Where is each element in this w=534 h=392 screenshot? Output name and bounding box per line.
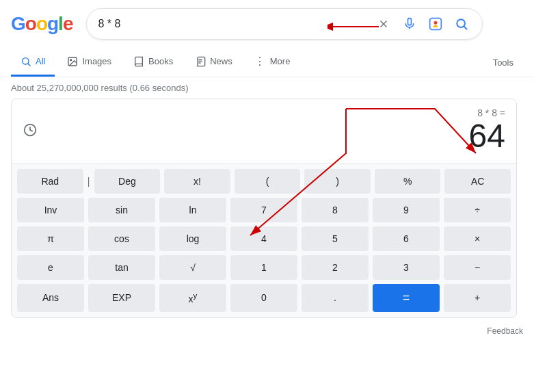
more-dots-icon: ⋮ (254, 55, 266, 68)
eight-button[interactable]: 8 (302, 198, 369, 222)
log-button[interactable]: log (159, 226, 226, 251)
ac-button[interactable]: AC (444, 169, 511, 194)
svg-line-9 (28, 63, 30, 65)
equals-button[interactable]: = (373, 284, 440, 312)
tab-more[interactable]: ⋮ More (245, 48, 300, 77)
search-input[interactable] (98, 18, 363, 30)
cos-button[interactable]: cos (88, 226, 155, 251)
svg-point-11 (70, 59, 72, 60)
images-icon (67, 56, 78, 67)
clock-icon (23, 122, 38, 138)
open-paren-button[interactable]: ( (235, 169, 301, 194)
minus-button[interactable]: − (444, 255, 511, 280)
tools-button[interactable]: Tools (483, 51, 523, 75)
microphone-icon (403, 17, 416, 31)
calculator-wrapper: 8 * 8 = 64 Rad | Deg x! ( ) % AC (11, 99, 517, 318)
factorial-button[interactable]: x! (164, 169, 230, 194)
search-icons (374, 14, 471, 34)
four-button[interactable]: 4 (230, 226, 297, 251)
tab-books[interactable]: Books (124, 48, 183, 77)
header: Google (0, 0, 534, 48)
exp-button[interactable]: EXP (88, 284, 155, 312)
pi-button[interactable]: π (17, 226, 84, 251)
clear-button[interactable] (374, 14, 393, 34)
calc-display: 8 * 8 = 64 (12, 99, 516, 164)
page-wrapper: Google (0, 0, 534, 341)
sin-button[interactable]: sin (88, 198, 155, 222)
divide-button[interactable]: ÷ (444, 198, 511, 222)
logo-letter-e: e (63, 13, 73, 34)
plus-button[interactable]: + (444, 284, 511, 312)
five-button[interactable]: 5 (302, 226, 369, 251)
power-button[interactable]: xy (159, 284, 226, 312)
nav-tabs-left: All Images Books News ⋮ More (11, 48, 299, 77)
close-paren-button[interactable]: ) (304, 169, 371, 194)
calc-buttons: Rad | Deg x! ( ) % AC Inv sin ln 7 8 9 (12, 164, 516, 317)
calc-row-2: Inv sin ln 7 8 9 ÷ (17, 198, 511, 222)
nav-tabs: All Images Books News ⋮ More Tools (0, 48, 534, 77)
seven-button[interactable]: 7 (230, 198, 297, 222)
separator: | (88, 169, 90, 194)
tab-news[interactable]: News (185, 48, 242, 77)
lens-icon (429, 17, 442, 31)
rad-button[interactable]: Rad (17, 169, 83, 194)
calc-row-4: e tan √ 1 2 3 − (17, 255, 511, 280)
news-icon (195, 56, 206, 67)
results-info: About 25,270,000,000 results (0.66 secon… (0, 77, 534, 99)
nine-button[interactable]: 9 (373, 198, 440, 222)
ans-button[interactable]: Ans (17, 284, 84, 312)
calc-display-top: 8 * 8 = 64 (23, 107, 505, 155)
e-button[interactable]: e (17, 255, 84, 280)
books-icon (133, 56, 144, 67)
logo-letter-o2: o (36, 13, 47, 34)
all-icon (21, 56, 31, 67)
multiply-button[interactable]: × (444, 226, 511, 251)
calc-row-3: π cos log 4 5 6 × (17, 226, 511, 251)
calculator: 8 * 8 = 64 Rad | Deg x! ( ) % AC (11, 99, 517, 318)
percent-button[interactable]: % (375, 169, 441, 194)
logo-letter-o1: o (25, 13, 36, 34)
three-button[interactable]: 3 (373, 255, 440, 280)
feedback-link[interactable]: Feedback (487, 326, 523, 336)
svg-line-7 (464, 27, 467, 29)
feedback-bar: Feedback (0, 324, 534, 341)
logo-letter-g1: G (11, 13, 25, 34)
tab-images[interactable]: Images (57, 48, 121, 77)
two-button[interactable]: 2 (302, 255, 369, 280)
sqrt-button[interactable]: √ (159, 255, 226, 280)
search-bar (86, 8, 483, 40)
search-icon (455, 17, 468, 31)
deg-button[interactable]: Deg (94, 169, 161, 194)
close-icon (377, 18, 390, 30)
voice-search-button[interactable] (400, 14, 419, 34)
svg-point-5 (434, 21, 438, 25)
calc-result: 64 (469, 118, 505, 155)
calc-right: 8 * 8 = 64 (469, 107, 505, 155)
tab-all[interactable]: All (11, 48, 55, 77)
google-logo: Google (11, 13, 72, 35)
calc-expression: 8 * 8 = (469, 107, 505, 118)
six-button[interactable]: 6 (373, 226, 440, 251)
calc-row-1: Rad | Deg x! ( ) % AC (17, 169, 511, 194)
history-icon[interactable] (23, 122, 38, 140)
decimal-button[interactable]: . (302, 284, 369, 312)
inv-button[interactable]: Inv (17, 198, 84, 222)
ln-button[interactable]: ln (159, 198, 226, 222)
one-button[interactable]: 1 (230, 255, 297, 280)
zero-button[interactable]: 0 (230, 284, 297, 312)
tan-button[interactable]: tan (88, 255, 155, 280)
lens-search-button[interactable] (426, 14, 445, 34)
logo-letter-g2: g (47, 13, 58, 34)
google-search-button[interactable] (452, 14, 471, 34)
calc-row-5: Ans EXP xy 0 . = + (17, 284, 511, 312)
logo-letter-l: l (58, 13, 63, 34)
